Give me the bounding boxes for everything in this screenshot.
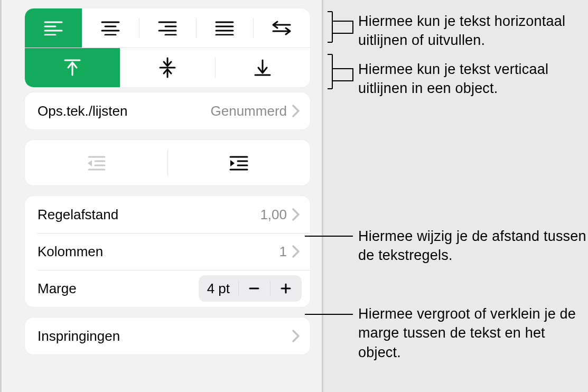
align-justify-icon — [215, 21, 234, 35]
align-right-icon — [158, 21, 177, 35]
indent-icon — [228, 155, 249, 171]
text-direction-icon — [271, 20, 292, 36]
outdent-button[interactable] — [25, 140, 167, 185]
bullets-lists-row[interactable]: Ops.tek./lijsten Genummerd — [25, 92, 310, 129]
bullets-label: Ops.tek./lijsten — [38, 103, 128, 119]
align-top-button[interactable] — [25, 48, 120, 87]
margin-stepper: 4 pt — [199, 275, 302, 302]
bullets-value: Genummerd — [211, 103, 287, 119]
align-bottom-icon — [254, 58, 271, 77]
chevron-right-icon — [292, 245, 300, 258]
outdent-icon — [86, 155, 107, 171]
align-center-icon — [101, 21, 120, 35]
line-spacing-value: 1,00 — [260, 207, 287, 223]
align-middle-icon — [159, 57, 176, 78]
plus-icon — [280, 283, 292, 294]
columns-value: 1 — [279, 244, 287, 260]
align-bottom-button[interactable] — [215, 48, 310, 87]
annotation-h-align: Hiermee kun je tekst horizontaal uitlijn… — [358, 12, 588, 50]
indents-card: Inspringingen — [25, 318, 310, 354]
horizontal-alignment-group — [25, 8, 310, 87]
indent-controls-card — [25, 140, 310, 185]
align-center-button[interactable] — [82, 8, 139, 48]
align-right-button[interactable] — [139, 8, 196, 48]
format-panel: Ops.tek./lijsten Genummerd — [0, 0, 323, 392]
annotation-v-align: Hiermee kun je tekst verticaal uitlijnen… — [358, 60, 588, 98]
annotation-line-spacing: Hiermee wijzig je de afstand tussen de t… — [358, 227, 588, 265]
text-direction-button[interactable] — [253, 8, 310, 48]
indents-label: Inspringingen — [38, 328, 120, 344]
margin-increase-button[interactable] — [270, 275, 302, 302]
columns-label: Kolommen — [38, 244, 103, 260]
align-left-button[interactable] — [25, 8, 82, 48]
line-spacing-label: Regelafstand — [38, 207, 118, 223]
margin-value: 4 pt — [199, 281, 238, 297]
annotation-margin: Hiermee vergroot of verklein je de marge… — [358, 304, 588, 362]
align-left-icon — [44, 21, 63, 35]
margin-row: Marge 4 pt — [25, 270, 310, 307]
margin-label: Marge — [38, 281, 77, 297]
bullets-lists-card: Ops.tek./lijsten Genummerd — [25, 92, 310, 129]
columns-row[interactable]: Kolommen 1 — [25, 233, 310, 270]
minus-icon — [248, 283, 260, 294]
chevron-right-icon — [292, 105, 300, 117]
indents-row[interactable]: Inspringingen — [25, 318, 310, 354]
spacing-card: Regelafstand 1,00 Kolommen 1 Marge 4 pt — [25, 196, 310, 307]
align-middle-button[interactable] — [120, 48, 215, 87]
indent-button[interactable] — [167, 140, 310, 185]
align-top-icon — [64, 58, 81, 77]
chevron-right-icon — [292, 330, 300, 342]
line-spacing-row[interactable]: Regelafstand 1,00 — [25, 196, 310, 233]
align-justify-button[interactable] — [196, 8, 253, 48]
margin-decrease-button[interactable] — [238, 275, 270, 302]
chevron-right-icon — [292, 208, 300, 221]
